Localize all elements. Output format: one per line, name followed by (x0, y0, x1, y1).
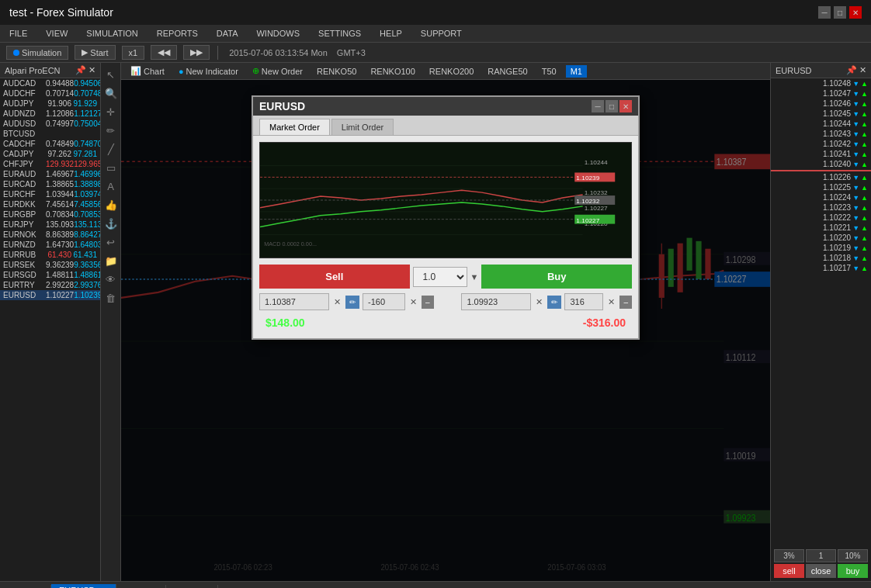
list-item: 1.10219▼▲ (771, 243, 871, 253)
list-item: 1.10244▼▲ (771, 119, 871, 129)
t50-tab[interactable]: T50 (537, 65, 561, 78)
menu-view[interactable]: VIEW (43, 27, 71, 40)
fast-forward-button[interactable]: ▶▶ (183, 45, 210, 60)
renko100-tab[interactable]: RENKO100 (366, 65, 419, 78)
undo-icon[interactable]: ↩ (102, 233, 120, 251)
gbpusd-tab[interactable]: GBPUSD (166, 585, 218, 589)
left-toolbar: ↖ 🔍 ✛ ✏ ╱ ▭ A 👍 ⚓ ↩ 📁 👁 🗑 (101, 63, 121, 581)
toolbar-timezone: GMT+3 (337, 48, 366, 57)
list-item[interactable]: EURJPY135.093135.113 (0, 220, 100, 230)
menu-support[interactable]: SUPPORT (418, 27, 465, 40)
list-item-eurusd[interactable]: EURUSD1.102271.10239 (0, 290, 100, 300)
lot-select[interactable]: 1.0 0.1 0.5 2.0 (413, 267, 467, 287)
close-button[interactable]: ✕ (849, 6, 862, 19)
speed-button[interactable]: x1 (122, 46, 145, 60)
list-item[interactable]: EURCAD1.388651.38898 (0, 179, 100, 189)
sell-button[interactable]: Sell (259, 265, 410, 289)
modal-overlay: EURUSD ─ □ ✕ Market Order Limit Order (121, 80, 770, 581)
eye-icon[interactable]: 👁 (102, 271, 120, 288)
usdjpy-tab[interactable]: USDJPY (116, 585, 166, 589)
speed-label: x1 (129, 48, 138, 57)
list-item[interactable]: EURSEK9.362399.36356 (0, 260, 100, 270)
range50-tab[interactable]: RANGE50 (483, 65, 532, 78)
menu-file[interactable]: FILE (6, 27, 30, 40)
market-order-tab[interactable]: Market Order (259, 119, 330, 135)
thumbsup-icon[interactable]: 👍 (102, 196, 120, 213)
ob-3pct-button[interactable]: 3% (774, 549, 804, 562)
list-item: 1.10225▼▲ (771, 182, 871, 192)
pencil-icon[interactable]: ✏ (102, 122, 120, 139)
trash-icon[interactable]: 🗑 (102, 289, 120, 306)
list-item[interactable]: CHFJPY129.932129.965 (0, 159, 100, 169)
sell-price-edit-button[interactable]: ✏ (345, 296, 359, 309)
maximize-button[interactable]: □ (834, 6, 846, 19)
rectangle-icon[interactable]: ▭ (102, 159, 120, 176)
modal-close-button[interactable]: ✕ (619, 100, 632, 112)
menu-help[interactable]: HELP (377, 27, 405, 40)
modal-maximize-button[interactable]: □ (606, 100, 618, 112)
ob-close-button[interactable]: close (806, 564, 836, 578)
list-item: 1.10224▼▲ (771, 192, 871, 202)
menu-simulation[interactable]: SIMULATION (83, 27, 141, 40)
zoom-icon[interactable]: 🔍 (102, 85, 120, 102)
sell-pips-minus-button[interactable]: – (422, 296, 434, 309)
buy-pips-input[interactable] (564, 293, 603, 310)
list-item[interactable]: EURNOK8.863898.86427 (0, 230, 100, 240)
modal-minimize-button[interactable]: ─ (592, 100, 604, 112)
renko200-tab[interactable]: RENKO200 (425, 65, 478, 78)
menu-settings[interactable]: SETTINGS (315, 27, 364, 40)
list-item[interactable]: EURCHF1.039441.03974 (0, 189, 100, 199)
list-item[interactable]: EURTRY2.992282.99376 (0, 280, 100, 290)
ob-sell-button[interactable]: sell (774, 564, 804, 578)
app-title: test - Forex Simulator (9, 6, 113, 19)
list-item[interactable]: AUDCHF0.707140.70748 (0, 88, 100, 99)
line-icon[interactable]: ╱ (102, 140, 120, 157)
list-item[interactable]: EURSGD1.488111.48861 (0, 270, 100, 280)
buy-button[interactable]: Buy (481, 265, 632, 289)
crosshair-icon[interactable]: ✛ (102, 103, 120, 120)
list-item: 1.10247▼▲ (771, 88, 871, 99)
ob-10pct-button[interactable]: 10% (838, 549, 868, 562)
list-item[interactable]: BTCUSD (0, 129, 100, 139)
lot-dropdown-icon: ▼ (470, 272, 479, 282)
menu-reports[interactable]: REPORTS (154, 27, 201, 40)
sell-price-input[interactable] (259, 293, 329, 310)
minimize-button[interactable]: ─ (818, 6, 831, 19)
list-item[interactable]: AUDJPY91.90691.929 (0, 99, 100, 109)
list-item[interactable]: AUDUSD0.749970.75004 (0, 119, 100, 129)
ob-1-button[interactable]: 1 (806, 549, 836, 562)
buy-price-input[interactable] (461, 293, 531, 310)
list-item[interactable]: AUDCAD0.944880.94506 (0, 78, 100, 88)
list-item: 1.10220▼▲ (771, 233, 871, 243)
list-item[interactable]: CADJPY97.26297.281 (0, 149, 100, 159)
rewind-button[interactable]: ◀◀ (151, 45, 177, 60)
list-item[interactable]: CADCHF0.748490.74870 (0, 139, 100, 149)
sell-pips-input[interactable] (363, 293, 405, 310)
folder-icon[interactable]: 📁 (102, 252, 120, 269)
menu-data[interactable]: DATA (213, 27, 241, 40)
lessons-tab[interactable]: Lessons (3, 585, 51, 589)
chart-button[interactable]: 📊 Chart (126, 64, 169, 78)
ob-buy-button[interactable]: buy (838, 564, 868, 578)
list-item[interactable]: EURRUB61.43061.431 (0, 250, 100, 260)
list-item[interactable]: AUDNZD1.120861.12127 (0, 109, 100, 119)
buy-price-edit-button[interactable]: ✏ (547, 296, 561, 309)
limit-order-tab[interactable]: Limit Order (331, 119, 394, 135)
list-item[interactable]: EURDKK7.456147.45856 (0, 199, 100, 209)
eurusd-tab[interactable]: EURUSD ✕ (51, 584, 116, 588)
simulation-button[interactable]: Simulation (6, 46, 68, 60)
list-item[interactable]: EURNZD1.647301.64803 (0, 240, 100, 250)
new-order-button[interactable]: ⊕ New Order (248, 64, 307, 78)
text-icon[interactable]: A (102, 178, 120, 195)
m1-tab[interactable]: M1 (566, 65, 587, 78)
start-button[interactable]: ▶ Start (75, 45, 115, 60)
new-indicator-button[interactable]: ● New Indicator (174, 65, 243, 78)
anchor-icon[interactable]: ⚓ (102, 215, 120, 232)
cursor-icon[interactable]: ↖ (102, 66, 120, 83)
buy-pips-minus-button[interactable]: – (619, 296, 632, 309)
list-item[interactable]: EURAUD1.469671.46996 (0, 169, 100, 179)
svg-text:1.10244: 1.10244 (585, 159, 609, 166)
list-item[interactable]: EURGBP0.708340.70853 (0, 209, 100, 220)
menu-windows[interactable]: WINDOWS (253, 27, 303, 40)
renko50-tab[interactable]: RENKO50 (312, 65, 361, 78)
